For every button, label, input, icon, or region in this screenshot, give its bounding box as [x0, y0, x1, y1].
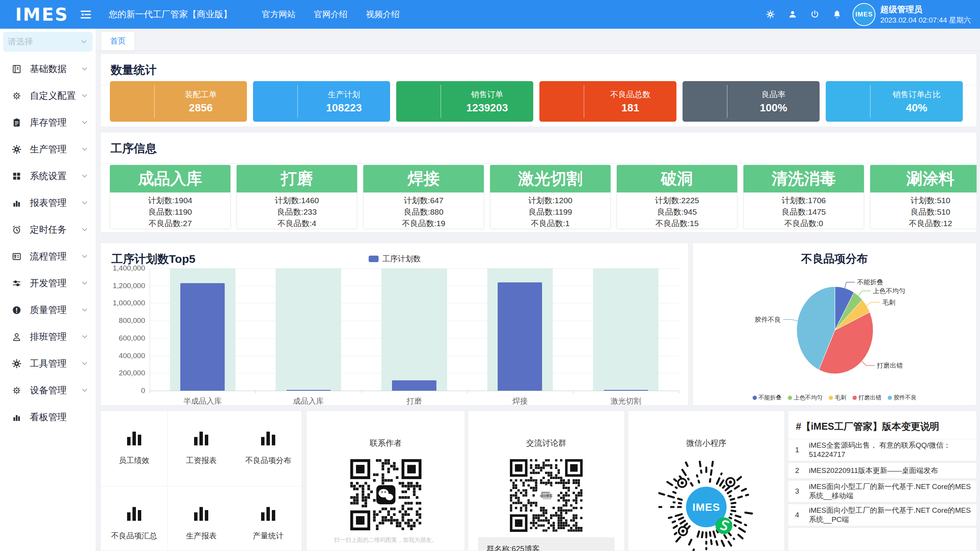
- discussion-group-section: 交流讨论群 625博客 群名称:625博客 群 号:200884004: [468, 411, 625, 551]
- sidebar-item-icon: [11, 143, 23, 155]
- bell-icon[interactable]: [832, 10, 842, 20]
- hover-band: [381, 268, 447, 391]
- sidebar-item[interactable]: 看板管理: [0, 404, 96, 430]
- sidebar-item-label: 工具管理: [30, 357, 80, 370]
- y-tick-label: 800,000: [103, 316, 145, 325]
- chevron-down-icon: [80, 359, 89, 368]
- report-label: 不良品项分布: [245, 455, 291, 466]
- sidebar-item[interactable]: 流程管理: [0, 243, 96, 270]
- good-value: 233: [303, 207, 317, 216]
- avatar[interactable]: IMES: [853, 3, 875, 26]
- tab-home[interactable]: 首页: [101, 32, 134, 51]
- report-shortcut[interactable]: 员工绩效: [101, 411, 168, 486]
- chevron-down-icon: [80, 145, 89, 153]
- power-icon[interactable]: [810, 10, 820, 20]
- pie-slice-label: 胶件不良: [755, 316, 781, 323]
- section-title: 数量统计: [101, 54, 977, 78]
- bad-label: 不良品数:: [784, 219, 819, 228]
- bar: [286, 390, 331, 391]
- qr-section-title: 交流讨论群: [468, 438, 624, 448]
- pie-slice-label: 不能折叠: [857, 279, 883, 286]
- pie-legend-item[interactable]: 胶件不良: [888, 394, 917, 401]
- pie-slice-label: 上色不均匀: [873, 287, 905, 295]
- sidebar-item[interactable]: 定时任务: [0, 216, 96, 243]
- sidebar-item-label: 质量管理: [30, 304, 80, 316]
- pie-legend[interactable]: 不能折叠上色不均匀毛刺打磨出错胶件不良: [693, 394, 976, 401]
- process-card: 成品入库 计划数:1904 良品数:1190 不良品数:27: [110, 165, 230, 229]
- sidebar-item-label: 系统设置: [30, 170, 80, 182]
- label-leader-line: [858, 291, 871, 296]
- legend-label: 打磨出错: [859, 394, 882, 401]
- good-count: 良品数:510: [871, 206, 977, 218]
- pie-legend-item[interactable]: 打磨出错: [853, 394, 882, 401]
- report-label: 不良品项汇总: [111, 531, 157, 541]
- sidebar-item-label: 库存管理: [30, 116, 80, 129]
- sidebar-item[interactable]: 库存管理: [0, 109, 96, 136]
- sidebar-item-icon: [11, 170, 23, 182]
- pie-legend-item[interactable]: 毛刺: [829, 394, 846, 401]
- sidebar-item[interactable]: 开发管理: [0, 270, 96, 297]
- sidebar-collapse-icon[interactable]: [80, 8, 93, 21]
- bar-chart-icon: [194, 507, 208, 521]
- stat-value: 181: [584, 102, 676, 114]
- sidebar-item-icon: [11, 277, 23, 289]
- process-card: 打磨 计划数:1460 良品数:233 不良品数:4: [237, 165, 357, 229]
- version-row: 2 iMES20220911版本更新——桌面端发布: [788, 463, 977, 481]
- pie-legend-item[interactable]: 不能折叠: [753, 394, 782, 401]
- sidebar-item[interactable]: 工具管理: [0, 350, 96, 377]
- settings-gear-icon[interactable]: [765, 10, 775, 20]
- process-name: 涮涂料: [870, 165, 977, 192]
- sidebar-item[interactable]: 生产管理: [0, 136, 96, 163]
- sidebar-item[interactable]: 基础数据: [0, 55, 96, 82]
- plan-count: 计划数:510: [871, 195, 977, 206]
- plan-label: 计划数:: [148, 196, 175, 205]
- sidebar-item[interactable]: 报表管理: [0, 189, 96, 216]
- nav-link[interactable]: 官方网站: [262, 9, 296, 20]
- imes-dashboard: IMES 您的新一代工厂管家【商业版】 官方网站官网介绍视频介绍 IMES 超级…: [0, 0, 980, 551]
- nav-link[interactable]: 视频介绍: [366, 9, 400, 20]
- bad-value: 0: [819, 219, 823, 228]
- qr-section-title: 联系作者: [307, 438, 465, 448]
- chevron-down-icon: [80, 225, 89, 234]
- plan-label: 计划数:: [655, 196, 681, 205]
- report-shortcut[interactable]: 产量统计: [235, 486, 302, 551]
- bad-count: 不良品数:27: [110, 218, 230, 229]
- sidebar-item-label: 定时任务: [30, 223, 80, 236]
- pie-slice-label: 打磨出错: [877, 362, 903, 369]
- plan-value: 1460: [301, 196, 319, 205]
- sidebar-item[interactable]: 设备管理: [0, 377, 96, 404]
- good-count: 良品数:1199: [490, 206, 610, 218]
- sidebar-item-icon: [11, 224, 23, 235]
- svg-text:625博客: 625博客: [540, 494, 552, 498]
- plan-label: 计划数:: [782, 196, 808, 205]
- hover-band: [276, 268, 341, 391]
- sidebar-item[interactable]: 排班管理: [0, 323, 96, 350]
- sidebar-item[interactable]: 系统设置: [0, 163, 96, 189]
- nav-link[interactable]: 官网介绍: [314, 9, 348, 20]
- sidebar-item[interactable]: 质量管理: [0, 297, 96, 323]
- bad-value: 4: [312, 219, 317, 228]
- version-row-text: iMES全套源码出售， 有意的联系QQ/微信：514224717: [809, 441, 973, 459]
- bad-label: 不良品数:: [402, 219, 436, 228]
- sidebar-filter-select[interactable]: 请选择: [3, 32, 93, 52]
- chevron-down-icon: [80, 37, 88, 46]
- stat-label: 不良品总数: [584, 89, 676, 100]
- sidebar-item[interactable]: 自定义配置: [0, 82, 96, 109]
- chevron-down-icon: [80, 118, 89, 127]
- report-shortcut[interactable]: 生产报表: [168, 486, 235, 551]
- plan-label: 计划数:: [404, 196, 430, 205]
- report-shortcut[interactable]: 不良品项分布: [235, 411, 302, 486]
- good-label: 良品数:: [404, 207, 430, 216]
- version-row-text: iMES面向小型工厂的新一代基于.NET Core的MES系统__移动端: [809, 482, 973, 500]
- pie-legend-item[interactable]: 上色不均匀: [788, 394, 823, 401]
- report-shortcut[interactable]: 工资报表: [168, 411, 235, 486]
- topbar: IMES 您的新一代工厂管家【商业版】 官方网站官网介绍视频介绍 IMES 超级…: [0, 0, 980, 29]
- plan-count: 计划数:2225: [617, 195, 737, 206]
- report-shortcut[interactable]: 不良品项汇总: [101, 486, 168, 551]
- user-icon[interactable]: [787, 10, 797, 20]
- chevron-down-icon: [80, 252, 89, 261]
- sidebar-item-label: 基础数据: [30, 63, 80, 75]
- legend-label: 毛刺: [835, 394, 846, 401]
- stat-label: 良品率: [727, 89, 820, 100]
- bad-label: 不良品数:: [278, 219, 312, 228]
